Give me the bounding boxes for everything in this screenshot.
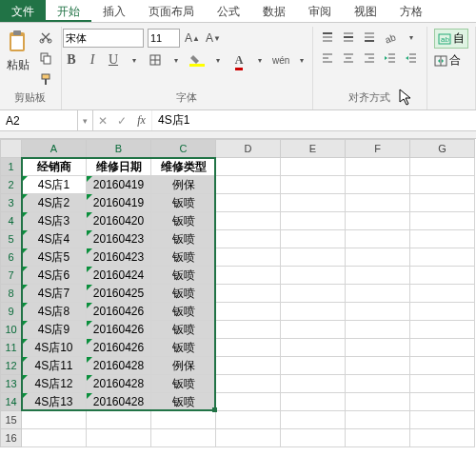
cell[interactable] [410,158,475,176]
cell[interactable]: 20160420 [87,212,151,230]
row-header[interactable]: 10 [1,321,22,339]
cell[interactable] [410,303,475,321]
cell[interactable] [281,357,346,375]
copy-button[interactable] [37,50,54,67]
cell[interactable] [216,429,281,447]
format-painter-button[interactable] [37,70,54,88]
cell[interactable] [216,158,281,176]
row-header[interactable]: 1 [1,158,22,176]
cell[interactable] [346,375,410,393]
col-header-A[interactable]: A [22,140,87,158]
cell[interactable] [346,267,410,285]
cell[interactable]: 20160426 [87,339,151,357]
cell[interactable] [281,230,346,248]
cell[interactable] [410,429,475,447]
cell[interactable] [216,321,281,339]
cell[interactable]: 钣喷 [151,375,216,393]
cell[interactable] [216,339,281,357]
underline-dropdown[interactable]: ▾ [126,51,143,69]
phonetic-button[interactable]: wén [272,51,289,69]
cell[interactable] [410,321,475,339]
cell[interactable] [151,429,216,447]
row-header[interactable]: 16 [1,429,22,447]
cell[interactable]: 4S店11 [22,357,87,375]
cell[interactable]: 钣喷 [151,230,216,248]
cell[interactable] [410,357,475,375]
cell[interactable] [346,248,410,267]
cell[interactable]: 例保 [151,357,216,375]
cell[interactable]: 4S店3 [22,212,87,230]
col-header-F[interactable]: F [346,140,410,158]
cell[interactable] [346,321,410,339]
cell[interactable] [22,411,87,429]
cell[interactable]: 钣喷 [151,321,216,339]
cell[interactable] [216,411,281,429]
cell[interactable] [346,393,410,411]
row-header[interactable]: 13 [1,375,22,393]
fx-button[interactable]: fx [131,110,152,130]
cell[interactable]: 钣喷 [151,248,216,267]
cell[interactable] [281,212,346,230]
cell[interactable] [346,357,410,375]
font-size-select[interactable] [148,29,180,48]
cell[interactable] [346,285,410,303]
cell[interactable]: 4S店8 [22,303,87,321]
align-right-button[interactable] [361,50,378,67]
tab-review[interactable]: 审阅 [297,0,343,22]
cell[interactable] [410,375,475,393]
cell[interactable]: 例保 [151,176,216,194]
row-header[interactable]: 11 [1,339,22,357]
cell[interactable]: 经销商 [22,158,87,176]
cell[interactable]: 钣喷 [151,212,216,230]
cell[interactable]: 钣喷 [151,285,216,303]
phonetic-dropdown[interactable]: ▾ [293,51,310,69]
cell[interactable]: 4S店12 [22,375,87,393]
cell[interactable] [87,429,151,447]
tab-formulas[interactable]: 公式 [206,0,251,22]
tab-view[interactable]: 视图 [343,0,388,22]
cell[interactable] [410,230,475,248]
cell[interactable]: 4S店10 [22,339,87,357]
cell[interactable]: 4S店5 [22,248,87,267]
cell[interactable]: 钣喷 [151,303,216,321]
cell[interactable] [216,176,281,194]
cell[interactable] [281,267,346,285]
cell[interactable] [410,411,475,429]
cell[interactable] [410,194,475,212]
font-color-button[interactable]: A [230,51,248,69]
cell[interactable] [346,212,410,230]
tab-home[interactable]: 开始 [46,0,91,22]
cell[interactable]: 4S店13 [22,393,87,411]
formula-input[interactable]: 4S店1 [152,110,476,130]
formula-enter-button[interactable]: ✓ [112,110,131,130]
cell[interactable]: 20160425 [87,285,151,303]
cell[interactable]: 20160419 [87,194,151,212]
cell[interactable]: 20160423 [87,230,151,248]
row-header[interactable]: 3 [1,194,22,212]
file-tab[interactable]: 文件 [0,0,46,22]
cell[interactable]: 20160428 [87,375,151,393]
col-header-B[interactable]: B [87,140,151,158]
increase-indent-button[interactable] [403,50,420,67]
row-header[interactable]: 8 [1,285,22,303]
cell[interactable] [410,267,475,285]
cell[interactable] [410,248,475,267]
cell[interactable]: 20160424 [87,267,151,285]
formula-cancel-button[interactable]: ✕ [93,110,112,130]
italic-button[interactable]: I [84,51,101,69]
cell[interactable]: 钣喷 [151,339,216,357]
cell[interactable] [216,393,281,411]
row-header[interactable]: 4 [1,212,22,230]
row-header[interactable]: 12 [1,357,22,375]
cell[interactable] [281,285,346,303]
col-header-D[interactable]: D [216,140,281,158]
align-left-button[interactable] [319,50,336,67]
merge-center-button[interactable]: 合 [434,52,461,69]
cell[interactable] [216,212,281,230]
row-header[interactable]: 6 [1,248,22,267]
cell[interactable]: 20160426 [87,321,151,339]
fontcolor-dropdown[interactable]: ▾ [251,51,268,69]
border-button[interactable] [147,51,164,69]
align-bottom-button[interactable] [361,29,378,46]
cell[interactable] [216,248,281,267]
